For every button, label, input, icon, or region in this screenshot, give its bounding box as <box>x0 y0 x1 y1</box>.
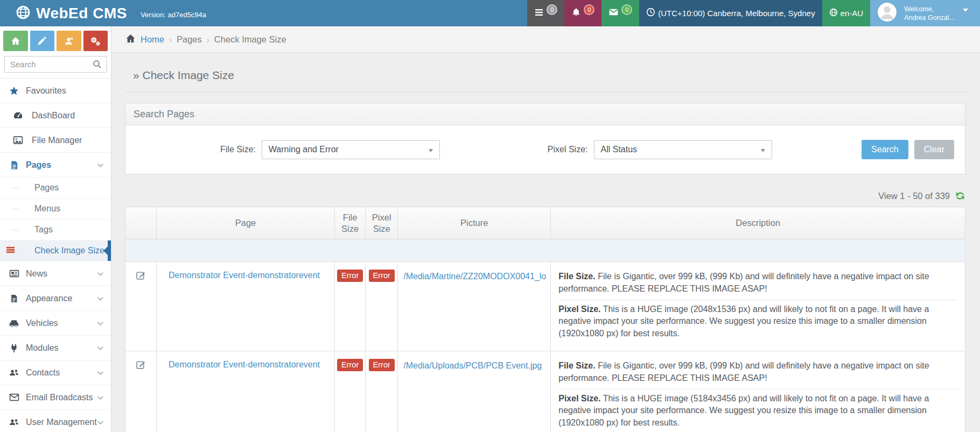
select-caret-icon <box>761 149 765 152</box>
pagination-info: View 1 - 50 of 339 <box>878 191 950 201</box>
col-header-page[interactable]: Page <box>157 207 335 239</box>
dashboard-icon <box>12 110 24 121</box>
col-header-picture[interactable]: Picture <box>398 207 551 239</box>
car-icon <box>8 318 20 329</box>
edit-icon[interactable] <box>136 359 146 370</box>
sidebar: Favourites DashBoard File Manager Pages … <box>0 26 111 432</box>
breadcrumb-separator: › <box>207 35 209 44</box>
pixel-size-select[interactable]: All Status <box>594 140 772 159</box>
sidebar-item-contacts[interactable]: Contacts <box>0 360 111 385</box>
search-panel-title: Search Pages <box>125 103 965 125</box>
language-label: en-AU <box>841 9 864 18</box>
file-size-select[interactable]: Warning and Error <box>262 140 440 159</box>
page-link[interactable]: Demonstrator Event-demonstratorevent <box>169 360 320 369</box>
notifications-menu[interactable]: 0 <box>564 0 601 26</box>
users-icon <box>64 36 74 46</box>
sidebar-item-pages[interactable]: Pages <box>0 153 111 178</box>
sidebar-item-email-broadcasts[interactable]: Email Broadcasts <box>0 385 111 410</box>
user-name: Andrea Gonzal... <box>904 14 955 22</box>
language-selector[interactable]: en-AU <box>822 0 871 26</box>
breadcrumb-home-icon <box>125 33 136 46</box>
col-header-pixel-size[interactable]: Pixel Size <box>366 207 398 239</box>
search-button[interactable]: Search <box>862 140 908 159</box>
title-divider <box>125 91 965 92</box>
edit-icon[interactable] <box>136 270 146 280</box>
sidebar-item-appearance[interactable]: Appearance <box>0 286 111 311</box>
quick-home-button[interactable] <box>3 31 28 51</box>
chevron-down-icon <box>97 294 104 303</box>
sidebar-search-input[interactable] <box>4 56 107 73</box>
timezone-selector[interactable]: (UTC+10:00) Canberra, Melbourne, Sydney <box>639 0 822 26</box>
breadcrumb-section[interactable]: Pages <box>177 34 202 45</box>
breadcrumb: Home › Pages › Check Image Size <box>111 26 980 53</box>
messages-count-badge: 0 <box>621 4 632 15</box>
picture-link[interactable]: /Media/Uploads/PCB/PCB Event.jpg <box>403 361 542 370</box>
col-header-file-size[interactable]: File Size <box>335 207 366 239</box>
quick-settings-button[interactable] <box>83 31 108 51</box>
list-bars-icon <box>6 245 15 257</box>
image-icon <box>12 135 24 145</box>
document-icon <box>8 294 20 303</box>
filter-row <box>125 239 965 262</box>
home-icon <box>11 36 20 46</box>
pages-icon <box>8 160 20 170</box>
version-label: Version: ad7ed5c94a <box>141 8 206 19</box>
sidebar-item-vehicles[interactable]: Vehicles <box>0 311 111 336</box>
breadcrumb-home-link[interactable]: Home <box>141 34 164 45</box>
sidebar-item-menus[interactable]: Menus <box>0 199 111 219</box>
description-cell: File Size. File is Gigantic, over 999 kB… <box>551 262 965 351</box>
bell-icon <box>571 8 581 19</box>
chevron-down-icon <box>97 160 104 170</box>
search-icon <box>93 60 102 71</box>
brand-globe-icon <box>16 5 30 22</box>
refresh-icon[interactable] <box>955 190 965 201</box>
description-cell: File Size. File is Gigantic, over 999 kB… <box>551 351 965 432</box>
sidebar-item-news[interactable]: News <box>0 261 111 286</box>
app-title: WebEd CMS <box>36 5 127 22</box>
user-menu[interactable]: Welcome, Andrea Gonzal... <box>870 0 980 26</box>
newspaper-icon <box>8 268 20 279</box>
chevron-down-icon <box>97 417 104 427</box>
sidebar-item-dashboard[interactable]: DashBoard <box>0 103 111 128</box>
breadcrumb-separator: › <box>169 35 172 44</box>
avatar <box>877 2 897 24</box>
pixel-size-status-badge: Error <box>369 270 395 282</box>
language-globe-icon <box>829 8 838 19</box>
tasks-menu[interactable]: 0 <box>527 0 564 26</box>
col-header-description[interactable]: Description <box>551 207 965 239</box>
sidebar-item-user-management[interactable]: User Management <box>0 410 111 432</box>
plug-icon <box>8 343 20 353</box>
gears-icon <box>90 36 101 46</box>
people-icon <box>8 417 20 428</box>
chevron-down-icon <box>97 343 104 353</box>
welcome-label: Welcome, <box>904 5 934 13</box>
col-header-edit[interactable] <box>125 207 157 239</box>
sidebar-item-modules[interactable]: Modules <box>0 336 111 360</box>
sidebar-item-favourites[interactable]: Favourites <box>0 79 111 103</box>
quick-edit-button[interactable] <box>30 31 55 51</box>
notifications-count-badge: 0 <box>584 4 594 15</box>
table-row: Demonstrator Event-demonstratorevent Err… <box>125 262 965 351</box>
table-row: Demonstrator Event-demonstratorevent Err… <box>125 351 965 432</box>
active-indicator <box>108 240 111 261</box>
pixel-size-label: Pixel Size: <box>548 145 588 154</box>
clock-icon <box>646 8 655 19</box>
pages-submenu: Pages Menus Tags Check Image Size <box>0 178 111 261</box>
topbar: WebEd CMS Version: ad7ed5c94a 0 0 0 (UTC… <box>0 0 980 26</box>
messages-menu[interactable]: 0 <box>601 0 639 26</box>
chevron-down-icon <box>97 393 104 402</box>
people-icon <box>8 367 20 378</box>
file-size-label: File Size: <box>220 145 256 154</box>
quick-users-button[interactable] <box>57 31 81 51</box>
results-table: Page File Size Pixel Size Picture Descri… <box>125 207 965 432</box>
sidebar-item-check-image-size[interactable]: Check Image Size <box>0 240 111 261</box>
user-menu-caret-icon <box>963 9 968 12</box>
clear-button[interactable]: Clear <box>914 140 954 159</box>
file-size-status-badge: Error <box>337 359 363 371</box>
page-link[interactable]: Demonstrator Event-demonstratorevent <box>169 271 320 280</box>
picture-link[interactable]: /Media/Martine/ZZ20MODOX0041_lo <box>403 271 546 282</box>
chevron-down-icon <box>97 269 104 279</box>
sidebar-item-tags[interactable]: Tags <box>0 219 111 240</box>
sidebar-item-pages-pages[interactable]: Pages <box>0 178 111 199</box>
sidebar-item-file-manager[interactable]: File Manager <box>0 128 111 153</box>
